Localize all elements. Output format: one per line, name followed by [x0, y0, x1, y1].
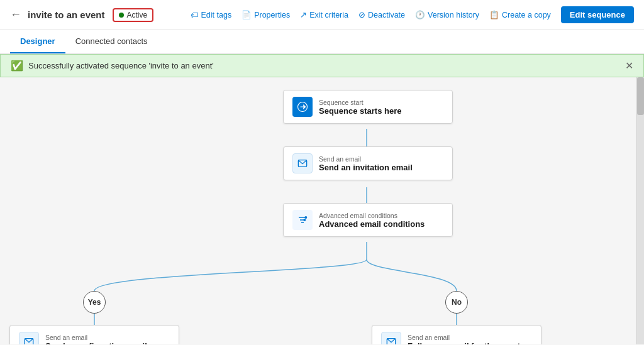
follow-up-text: Send an email Follow up email for the ev… — [408, 334, 520, 345]
exit-criteria-action[interactable]: ↗ Exit criteria — [300, 10, 348, 19]
success-banner: ✅ Successfully activated sequence 'invit… — [0, 54, 644, 77]
advanced-conditions-1-text: Advanced email conditions Advanced email… — [319, 212, 425, 229]
sequence-start-text: Sequence start Sequence starts here — [319, 99, 402, 116]
svg-point-8 — [305, 217, 307, 219]
edit-tags-action[interactable]: 🏷 Edit tags — [191, 11, 232, 19]
tag-icon: 🏷 — [191, 11, 199, 19]
no-branch-circle: No — [445, 291, 468, 314]
vertical-scrollbar[interactable] — [636, 77, 644, 344]
properties-action[interactable]: 📄 Properties — [242, 10, 290, 19]
check-icon: ✅ — [11, 60, 23, 72]
header: ← invite to an event Active 🏷 Edit tags … — [0, 0, 644, 30]
status-badge: Active — [113, 8, 154, 22]
properties-icon: 📄 — [242, 10, 252, 19]
create-copy-action[interactable]: 📋 Create a copy — [489, 10, 551, 19]
yes-label: Yes — [88, 298, 101, 307]
edit-tags-label: Edit tags — [201, 11, 232, 19]
follow-up-icon — [381, 332, 401, 344]
tabs-bar: Designer Connected contacts — [0, 30, 644, 54]
exit-criteria-label: Exit criteria — [309, 11, 348, 19]
send-invitation-text: Send an email Send an invitation email — [319, 155, 413, 172]
create-copy-label: Create a copy — [502, 11, 551, 19]
back-button[interactable]: ← — [10, 8, 21, 21]
edit-sequence-button[interactable]: Edit sequence — [561, 6, 634, 23]
advanced-conditions-1-icon — [292, 210, 313, 230]
copy-icon: 📋 — [489, 10, 499, 19]
follow-up-email-node: Send an email Follow up email for the ev… — [372, 325, 541, 344]
scrollbar-thumb[interactable] — [637, 77, 644, 115]
yes-branch-circle: Yes — [83, 291, 106, 314]
exit-icon: ↗ — [300, 10, 307, 19]
tab-designer[interactable]: Designer — [10, 30, 65, 53]
tab-connected-contacts[interactable]: Connected contacts — [65, 30, 158, 53]
status-label: Active — [127, 11, 148, 19]
deactivate-action[interactable]: ⊘ Deactivate — [358, 10, 405, 19]
status-dot — [119, 13, 124, 18]
send-email-1-icon — [292, 153, 313, 173]
sequence-start-icon — [292, 97, 313, 117]
header-actions: 🏷 Edit tags 📄 Properties ↗ Exit criteria… — [191, 6, 634, 23]
close-banner-button[interactable]: ✕ — [625, 60, 633, 72]
send-confirmation-text: Send an email Send a confirmation email — [45, 334, 147, 345]
svg-point-9 — [304, 219, 306, 221]
send-confirmation-node: Send an email Send a confirmation email — [9, 325, 179, 344]
version-history-action[interactable]: 🕐 Version history — [415, 10, 479, 19]
advanced-conditions-node-1: Advanced email conditions Advanced email… — [283, 203, 453, 237]
page-title: invite to an event — [28, 9, 105, 20]
flow-canvas: Sequence start Sequence starts here Send… — [0, 77, 644, 344]
version-history-label: Version history — [428, 11, 479, 19]
send-invitation-node: Send an email Send an invitation email — [283, 146, 453, 180]
send-confirmation-icon — [19, 332, 39, 344]
properties-label: Properties — [254, 11, 290, 19]
deactivate-icon: ⊘ — [358, 10, 365, 19]
sequence-start-node: Sequence start Sequence starts here — [283, 90, 453, 124]
deactivate-label: Deactivate — [368, 11, 405, 19]
success-message: Successfully activated sequence 'invite … — [28, 61, 214, 70]
history-icon: 🕐 — [415, 10, 425, 19]
no-label: No — [452, 298, 462, 307]
